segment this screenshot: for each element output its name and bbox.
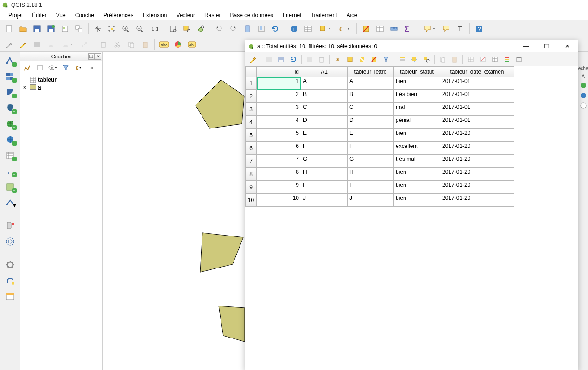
cell-statut[interactable]: excellent bbox=[394, 142, 440, 155]
add-vector-layer-button[interactable]: + bbox=[2, 54, 19, 68]
cell-id[interactable]: 6 bbox=[257, 142, 301, 155]
cell-statut[interactable]: bien bbox=[394, 168, 440, 181]
layers-expand-button[interactable]: » bbox=[87, 63, 96, 72]
row-header[interactable]: 10 bbox=[246, 194, 257, 207]
close-button[interactable]: ✕ bbox=[557, 40, 578, 52]
remove-icon[interactable]: × bbox=[23, 84, 28, 90]
zoom-to-layer-button[interactable] bbox=[194, 22, 207, 35]
cell-a1[interactable]: J bbox=[301, 194, 348, 207]
select-all-button[interactable] bbox=[345, 54, 355, 64]
cell-a1[interactable]: A bbox=[301, 77, 348, 90]
layer-item-a[interactable]: × a bbox=[22, 83, 101, 91]
cell-id[interactable]: 4 bbox=[257, 116, 301, 129]
new-print-composer-button[interactable] bbox=[58, 22, 71, 35]
zoom-native-button[interactable]: 1:1 bbox=[147, 22, 165, 35]
zoom-out-button[interactable] bbox=[133, 22, 146, 35]
cell-lettre[interactable]: C bbox=[348, 103, 394, 116]
copy-selected-button[interactable] bbox=[437, 54, 448, 64]
column-header-statut[interactable]: tableur_statut bbox=[394, 67, 440, 77]
cell-date[interactable]: 2017-01-20 bbox=[440, 181, 514, 194]
column-header-a1[interactable]: A1 bbox=[301, 67, 348, 77]
table-row[interactable]: 22BBtrès bien2017-01-01 bbox=[246, 90, 514, 103]
minimize-button[interactable]: — bbox=[515, 40, 536, 52]
new-geopackage-button[interactable]: ▼ bbox=[2, 196, 19, 210]
cell-date[interactable]: 2017-01-20 bbox=[440, 129, 514, 142]
node-tool-button[interactable] bbox=[78, 38, 91, 51]
row-header[interactable]: 9 bbox=[246, 181, 257, 194]
processing-toolbox-button[interactable] bbox=[2, 258, 19, 272]
cell-a1[interactable]: H bbox=[301, 168, 348, 181]
layers-panel-float-icon[interactable]: ❐ bbox=[88, 53, 95, 60]
cell-lettre[interactable]: A bbox=[348, 77, 394, 90]
text-annotation-button[interactable]: T bbox=[454, 22, 467, 35]
cell-a1[interactable]: D bbox=[301, 116, 348, 129]
annotation-button[interactable] bbox=[440, 22, 453, 35]
menu-internet[interactable]: Internet bbox=[279, 11, 305, 19]
add-feature-button[interactable] bbox=[304, 54, 315, 64]
column-header-date[interactable]: tableur_date_examen bbox=[440, 67, 514, 77]
menu-traitement[interactable]: Traitement bbox=[307, 11, 341, 19]
column-header-lettre[interactable]: tableur_lettre bbox=[348, 67, 394, 77]
map-tips-button[interactable]: ▼ bbox=[420, 22, 439, 35]
corner-cell[interactable] bbox=[246, 67, 257, 77]
filter-selection-button[interactable] bbox=[381, 54, 391, 64]
cell-a1[interactable]: F bbox=[301, 142, 348, 155]
metasearch-button[interactable] bbox=[2, 289, 19, 303]
feature-polygon-2[interactable] bbox=[200, 233, 243, 272]
gps-live-tracking-button[interactable] bbox=[2, 235, 19, 249]
cell-lettre[interactable]: B bbox=[348, 90, 394, 103]
zoom-to-selection-button[interactable] bbox=[180, 22, 193, 35]
cell-statut[interactable]: génial bbox=[394, 116, 440, 129]
table-row[interactable]: 55EEbien2017-01-20 bbox=[246, 129, 514, 142]
composer-manager-button[interactable] bbox=[72, 22, 85, 35]
table-row[interactable]: 1010JJbien2017-01-20 bbox=[246, 194, 514, 207]
cell-date[interactable]: 2017-01-01 bbox=[440, 90, 514, 103]
column-header-id[interactable]: id bbox=[257, 67, 301, 77]
toggle-editing-button[interactable] bbox=[17, 38, 30, 51]
reload-button[interactable] bbox=[288, 54, 298, 64]
cell-a1[interactable]: I bbox=[301, 181, 348, 194]
cell-id[interactable]: 1 bbox=[257, 77, 301, 90]
georeferencer-button[interactable] bbox=[2, 274, 19, 287]
cell-statut[interactable]: bien bbox=[394, 77, 440, 90]
open-attribute-table-button[interactable] bbox=[302, 22, 315, 35]
labeling-button[interactable]: abc bbox=[158, 38, 171, 51]
conditional-formatting-button[interactable] bbox=[502, 54, 512, 64]
menu-vue[interactable]: Vue bbox=[52, 11, 70, 19]
cell-lettre[interactable]: F bbox=[348, 142, 394, 155]
cell-date[interactable]: 2017-01-01 bbox=[440, 77, 514, 90]
dock-window-button[interactable] bbox=[514, 54, 524, 64]
cell-lettre[interactable]: E bbox=[348, 129, 394, 142]
add-wfs-layer-button[interactable]: + bbox=[2, 133, 19, 147]
deselect-all-button[interactable] bbox=[369, 54, 379, 64]
show-bookmarks-button[interactable] bbox=[255, 22, 268, 35]
copy-features-button[interactable] bbox=[125, 38, 138, 51]
cell-id[interactable]: 2 bbox=[257, 90, 301, 103]
cell-date[interactable]: 2017-01-20 bbox=[440, 155, 514, 168]
menu-basedonnees[interactable]: Base de données bbox=[226, 11, 277, 19]
table-row[interactable]: 44DDgénial2017-01-01 bbox=[246, 116, 514, 129]
open-field-calculator-button[interactable] bbox=[490, 54, 500, 64]
cell-a1[interactable]: G bbox=[301, 155, 348, 168]
table-row[interactable]: 11AAbien2017-01-01 bbox=[246, 77, 514, 90]
cell-id[interactable]: 5 bbox=[257, 129, 301, 142]
attribute-table-scroll[interactable]: id A1 tableur_lettre tableur_statut tabl… bbox=[245, 66, 578, 370]
cut-features-button[interactable] bbox=[111, 38, 124, 51]
cell-statut[interactable]: mal bbox=[394, 103, 440, 116]
cell-statut[interactable]: très bien bbox=[394, 90, 440, 103]
add-delimited-text-button[interactable]: + bbox=[2, 148, 19, 162]
table-row[interactable]: 33CCmal2017-01-01 bbox=[246, 103, 514, 116]
layers-visibility-button[interactable]: ▼ bbox=[48, 63, 57, 72]
globe-icon[interactable] bbox=[580, 82, 587, 89]
add-feature-button[interactable] bbox=[44, 38, 57, 51]
add-wms-layer-button[interactable]: + bbox=[2, 117, 19, 131]
row-header[interactable]: 5 bbox=[246, 129, 257, 142]
paste-features-button[interactable] bbox=[449, 54, 460, 64]
delete-field-button[interactable] bbox=[478, 54, 488, 64]
menu-extension[interactable]: Extension bbox=[139, 11, 171, 19]
maximize-button[interactable]: ☐ bbox=[536, 40, 557, 52]
menu-aide[interactable]: Aide bbox=[342, 11, 361, 19]
add-spatialite-layer-button[interactable]: + bbox=[2, 85, 19, 99]
row-header[interactable]: 6 bbox=[246, 142, 257, 155]
pan-to-selected-button[interactable] bbox=[409, 54, 419, 64]
